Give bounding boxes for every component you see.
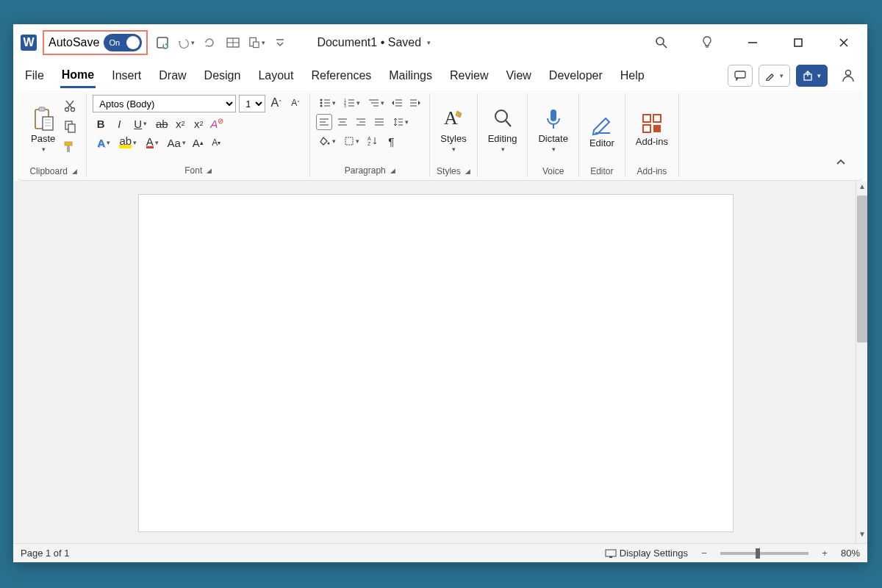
underline-button[interactable]: U▾: [129, 115, 151, 132]
zoom-slider[interactable]: [720, 552, 808, 555]
collapse-ribbon-button[interactable]: [832, 154, 850, 171]
subscript-button[interactable]: x2: [172, 115, 188, 132]
minimize-button[interactable]: [736, 26, 769, 59]
format-painter-icon[interactable]: [61, 139, 79, 155]
strikethrough-button[interactable]: ab: [154, 115, 170, 132]
display-settings-button[interactable]: Display Settings: [605, 548, 688, 559]
dictate-button[interactable]: Dictate▾: [534, 95, 572, 165]
cut-icon[interactable]: [61, 98, 79, 114]
shrink-font-button[interactable]: A˅: [287, 95, 304, 111]
font-color-button[interactable]: A▾: [141, 135, 163, 151]
autosave-toggle[interactable]: On: [104, 34, 142, 51]
ribbon: Paste ▾ Clipboard◢ Aptos (Body) 11 A˄ A˅: [18, 90, 863, 181]
zoom-out-button[interactable]: −: [695, 545, 713, 562]
paste-special-icon[interactable]: ▾: [248, 34, 265, 51]
search-icon[interactable]: [645, 26, 678, 59]
tab-layout[interactable]: Layout: [257, 65, 295, 87]
group-dictate: Dictate▾ Voice: [528, 93, 578, 177]
addins-button[interactable]: Add-ins: [631, 95, 673, 165]
tab-mailings[interactable]: Mailings: [387, 65, 434, 87]
svg-rect-30: [65, 142, 72, 146]
comments-button[interactable]: [728, 65, 753, 87]
scroll-down-icon[interactable]: ▼: [856, 530, 867, 542]
italic-button[interactable]: I: [111, 115, 127, 132]
repeat-button[interactable]: [201, 34, 218, 51]
increase-indent-button[interactable]: [407, 95, 423, 111]
zoom-level[interactable]: 80%: [841, 548, 860, 559]
scroll-up-icon[interactable]: ▲: [856, 182, 867, 194]
tab-developer[interactable]: Developer: [548, 65, 604, 87]
editing-mode-button[interactable]: ▾: [759, 65, 790, 87]
document-page[interactable]: [138, 194, 734, 532]
tab-insert[interactable]: Insert: [110, 65, 143, 87]
dialog-launcher-font[interactable]: ◢: [207, 167, 212, 174]
dialog-launcher-clipboard[interactable]: ◢: [72, 168, 77, 175]
font-size-select[interactable]: 11: [239, 95, 265, 112]
superscript-button[interactable]: x2: [190, 115, 207, 132]
bullets-button[interactable]: ▾: [316, 95, 338, 111]
bold-button[interactable]: B: [93, 115, 109, 132]
clear-formatting-button[interactable]: A⊘: [209, 115, 225, 132]
change-case-button[interactable]: Aa▾: [165, 135, 187, 151]
editor-button[interactable]: Editor: [585, 95, 619, 165]
customize-qat-button[interactable]: [271, 34, 289, 51]
close-button[interactable]: [828, 26, 860, 59]
tab-draw[interactable]: Draw: [157, 65, 187, 87]
dialog-launcher-styles[interactable]: ◢: [465, 168, 470, 175]
tab-references[interactable]: References: [309, 65, 373, 87]
shrink-font-alt-button[interactable]: A▾: [208, 135, 224, 151]
align-center-button[interactable]: [334, 114, 351, 130]
account-icon[interactable]: [839, 67, 857, 85]
borders-button[interactable]: ▾: [340, 133, 362, 149]
multilevel-list-button[interactable]: ▾: [365, 95, 387, 111]
chevron-down-icon: ▾: [427, 39, 431, 46]
font-name-select[interactable]: Aptos (Body): [93, 95, 236, 112]
sort-button[interactable]: AZ: [365, 133, 381, 149]
tab-file[interactable]: File: [24, 65, 46, 87]
group-paragraph: ▾ 123▾ ▾ ▾ ▾ ▾ AZ ¶: [310, 93, 430, 177]
align-right-button[interactable]: [353, 114, 369, 130]
document-canvas[interactable]: ▲ ▼: [13, 181, 867, 543]
svg-rect-78: [643, 115, 650, 122]
tab-design[interactable]: Design: [203, 65, 243, 87]
svg-rect-81: [653, 125, 661, 132]
paste-button[interactable]: Paste ▾: [26, 95, 60, 165]
copy-icon[interactable]: [61, 118, 79, 135]
styles-button[interactable]: AStyles▾: [436, 95, 470, 165]
document-title[interactable]: Document1 • Saved▾: [317, 36, 431, 49]
numbering-button[interactable]: 123▾: [340, 95, 362, 111]
zoom-slider-thumb[interactable]: [756, 548, 760, 559]
table-icon[interactable]: [224, 34, 242, 51]
grow-font-button[interactable]: A˄: [268, 95, 284, 111]
show-marks-button[interactable]: ¶: [383, 133, 399, 149]
align-left-button[interactable]: [316, 114, 332, 130]
scrollbar-thumb[interactable]: [857, 196, 867, 343]
lightbulb-icon[interactable]: [691, 26, 723, 59]
autosave-highlight-box: AutoSave On: [43, 30, 148, 55]
dialog-launcher-paragraph[interactable]: ◢: [390, 167, 395, 174]
tab-home[interactable]: Home: [60, 64, 96, 88]
shading-button[interactable]: ▾: [316, 133, 338, 149]
highlight-button[interactable]: ab▾: [117, 135, 139, 151]
text-effects-button[interactable]: A▾: [93, 135, 115, 151]
svg-text:A: A: [444, 107, 458, 129]
page-indicator[interactable]: Page 1 of 1: [21, 548, 70, 559]
share-button[interactable]: ▾: [796, 65, 828, 87]
zoom-in-button[interactable]: +: [816, 545, 833, 562]
maximize-button[interactable]: [782, 26, 814, 59]
tab-help[interactable]: Help: [619, 65, 646, 87]
save-icon[interactable]: [154, 34, 171, 51]
tab-review[interactable]: Review: [448, 65, 490, 87]
vertical-scrollbar[interactable]: ▲ ▼: [856, 181, 867, 543]
line-spacing-button[interactable]: ▾: [390, 114, 412, 130]
editing-button[interactable]: Editing▾: [484, 95, 522, 165]
decrease-indent-button[interactable]: [389, 95, 405, 111]
chevron-down-icon: ▾: [42, 146, 46, 153]
svg-rect-6: [254, 42, 259, 48]
tab-view[interactable]: View: [504, 65, 532, 87]
justify-button[interactable]: [371, 114, 387, 130]
tabs-right: ▾ ▾: [728, 65, 857, 87]
svg-point-17: [846, 71, 851, 76]
undo-button[interactable]: ▾: [177, 34, 195, 51]
grow-font-alt-button[interactable]: A▴: [190, 135, 206, 151]
